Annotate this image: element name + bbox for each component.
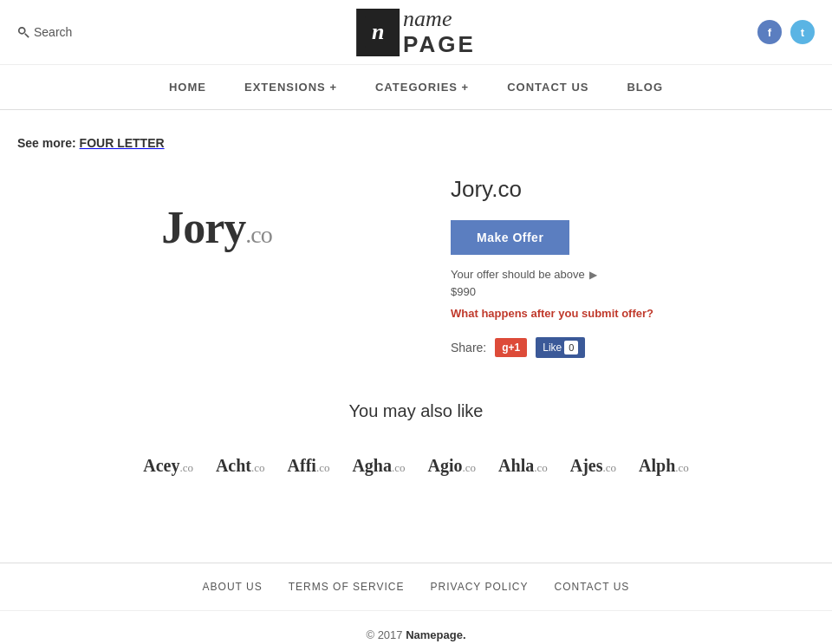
nav-extensions[interactable]: EXTENSIONS + <box>225 65 356 109</box>
domain-card[interactable]: Agio.co <box>421 447 484 485</box>
social-icons: f t <box>757 20 815 44</box>
domain-card[interactable]: Affi.co <box>281 447 337 485</box>
logo-n-icon: n <box>363 15 393 49</box>
what-happens-link[interactable]: What happens after you submit offer? <box>451 307 815 320</box>
logo-icon-box: n <box>356 9 400 56</box>
fb-count: 0 <box>564 341 578 355</box>
site-logo[interactable]: n name PAGE <box>356 7 476 56</box>
domain-title: Jory.co <box>451 176 815 203</box>
domain-logo-name: Jory <box>161 203 245 252</box>
domain-logo-display: Jory.co <box>161 202 272 253</box>
nav-home[interactable]: HOME <box>150 65 225 109</box>
search-icon <box>17 26 29 38</box>
footer-privacy[interactable]: PRIVACY POLICY <box>431 581 529 593</box>
footer-nav: ABOUT US TERMS OF SERVICE PRIVACY POLICY… <box>0 563 832 611</box>
domain-card-ext: .co <box>392 461 406 474</box>
domain-info-panel: Jory.co Make Offer Your offer should be … <box>451 167 815 358</box>
domain-card-ext: .co <box>316 461 330 474</box>
domain-card[interactable]: Ahla.co <box>491 447 555 485</box>
domain-card[interactable]: Ajes.co <box>563 447 623 485</box>
offer-hint-arrow: ▶ <box>589 269 597 281</box>
domain-card-name: Acht <box>216 456 251 475</box>
domain-display-area: Jory.co Jory.co Make Offer Your offer sh… <box>17 167 815 358</box>
logo-text-area: name PAGE <box>403 7 476 56</box>
domain-card[interactable]: Agha.co <box>345 447 412 485</box>
svg-line-1 <box>25 34 29 37</box>
fb-like-label: Like <box>543 342 562 354</box>
domain-card-name: Agio <box>428 456 463 475</box>
footer-about[interactable]: ABOUT US <box>203 581 263 593</box>
site-footer: ABOUT US TERMS OF SERVICE PRIVACY POLICY… <box>0 563 832 644</box>
main-nav: HOME EXTENSIONS + CATEGORIES + CONTACT U… <box>0 65 832 110</box>
see-more-link-text: FOUR LETTER <box>80 136 165 150</box>
domain-card[interactable]: Alph.co <box>632 447 696 485</box>
nav-contact[interactable]: CONTACT US <box>488 65 608 109</box>
domain-card-ext: .co <box>463 461 477 474</box>
facebook-like-button[interactable]: Like 0 <box>536 337 585 358</box>
search-button[interactable]: Search <box>17 25 72 39</box>
domain-card-ext: .co <box>602 461 616 474</box>
domain-card-name: Affi <box>288 456 316 475</box>
logo-name: name <box>403 7 476 32</box>
footer-terms[interactable]: TERMS OF SERVICE <box>289 581 405 593</box>
svg-point-0 <box>19 28 25 34</box>
site-header: Search n name PAGE f t <box>0 0 832 65</box>
also-like-title: You may also like <box>17 401 815 421</box>
gplus-button[interactable]: g+1 <box>495 338 527 357</box>
footer-contact[interactable]: CONTACT US <box>554 581 629 593</box>
see-more-section: See more: FOUR LETTER <box>17 136 815 150</box>
domain-logo-area: Jory.co <box>17 167 416 288</box>
logo-page: PAGE <box>403 32 476 57</box>
gplus-label: g+1 <box>502 342 520 354</box>
footer-brand-link[interactable]: Namepage. <box>406 628 465 641</box>
twitter-icon[interactable]: t <box>790 20 815 44</box>
domain-card-ext: .co <box>675 461 689 474</box>
domain-card-name: Ajes <box>570 456 603 475</box>
offer-hint-label: Your offer should be above <box>451 268 585 281</box>
domain-card-ext: .co <box>179 461 193 474</box>
domain-card[interactable]: Acey.co <box>136 447 200 485</box>
copyright-year: © 2017 <box>366 628 402 641</box>
search-label: Search <box>34 25 72 39</box>
see-more-link[interactable]: FOUR LETTER <box>80 136 165 150</box>
see-more-prefix: See more: <box>17 136 76 150</box>
domain-card-ext: .co <box>251 461 265 474</box>
domain-card-name: Acey <box>143 456 179 475</box>
domain-cards-list: Acey.coAcht.coAffi.coAgha.coAgio.coAhla.… <box>17 447 815 485</box>
domain-card-ext: .co <box>534 461 548 474</box>
share-label: Share: <box>451 341 486 355</box>
domain-logo-ext: .co <box>245 221 271 248</box>
facebook-icon[interactable]: f <box>757 20 782 44</box>
main-content: See more: FOUR LETTER Jory.co Jory.co Ma… <box>0 110 832 511</box>
domain-card-name: Ahla <box>498 456 534 475</box>
offer-price: $990 <box>451 285 815 298</box>
also-like-section: You may also like Acey.coAcht.coAffi.coA… <box>17 401 815 485</box>
make-offer-button[interactable]: Make Offer <box>451 220 569 255</box>
offer-hint-text: Your offer should be above ▶ <box>451 268 815 281</box>
domain-card[interactable]: Acht.co <box>209 447 272 485</box>
domain-card-name: Agha <box>352 456 392 475</box>
svg-text:n: n <box>372 19 384 44</box>
share-row: Share: g+1 Like 0 <box>451 337 815 358</box>
footer-copyright: © 2017 Namepage. <box>0 611 832 644</box>
domain-card-name: Alph <box>639 456 675 475</box>
nav-categories[interactable]: CATEGORIES + <box>356 65 488 109</box>
nav-blog[interactable]: BLOG <box>608 65 682 109</box>
